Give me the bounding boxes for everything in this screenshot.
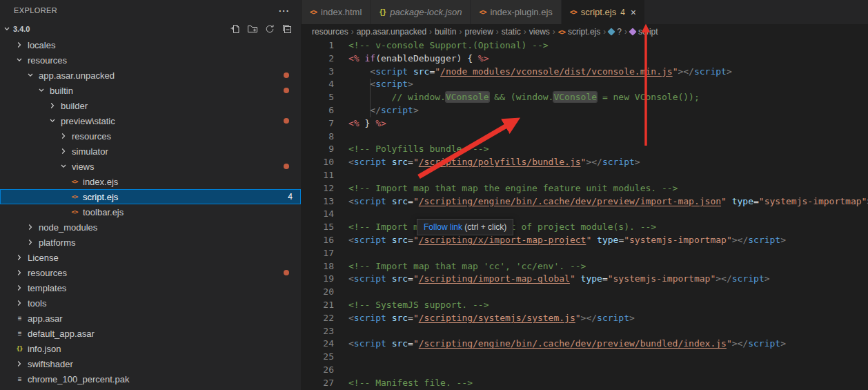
close-icon[interactable]: × [631, 7, 636, 18]
file-link[interactable]: /scripting/polyfills/bundle.js [419, 157, 581, 167]
explorer-sidebar: EXPLORER ··· 3.4.0 localesresourcesapp.a… [0, 0, 302, 390]
code-token: <!-- Import map that map the engine feat… [348, 183, 678, 193]
code-token: = [408, 313, 413, 323]
code-line: 27<!-- Manifest file. --> [302, 377, 868, 390]
tree-item-label: resources [28, 268, 67, 278]
code-token: = [408, 273, 413, 284]
follow-link[interactable]: Follow link [424, 222, 462, 232]
code-text: <script> [348, 78, 868, 91]
new-folder-icon[interactable] [247, 23, 258, 35]
breadcrumb-item[interactable]: builtin [435, 27, 456, 37]
file-link[interactable]: /scripting/import-map-global [419, 273, 570, 284]
breadcrumb-separator: › [524, 27, 526, 37]
tree-item[interactable]: resources [0, 265, 301, 280]
symbol-icon [629, 28, 636, 35]
code-text: <script src="/node_modules/vconsole/dist… [348, 66, 868, 79]
code-text: <script src="/scripting/engine/bin/.cach… [348, 195, 868, 208]
editor-group: <>index.html{}package-lock.json<>index-p… [302, 0, 868, 390]
workspace-section-header[interactable]: 3.4.0 [0, 21, 301, 37]
tab-index-html[interactable]: <>index.html [302, 0, 371, 24]
code-token: ></ [732, 338, 748, 349]
tree-item[interactable]: node_modules [0, 220, 301, 235]
tree-item[interactable]: {}info.json [0, 341, 301, 356]
tree-item[interactable]: preview\static [0, 113, 301, 128]
tab-package-lock-json[interactable]: {}package-lock.json [371, 0, 471, 24]
line-number: 15 [302, 221, 348, 234]
file-link[interactable]: /scripting/engine/bin/.cache/dev/preview… [419, 196, 721, 206]
line-number: 8 [302, 130, 348, 144]
code-line: 2<% if(enableDebugger) { %> [302, 52, 868, 66]
tree-item[interactable]: tools [0, 295, 301, 311]
breadcrumb-item[interactable]: app.asar.unpacked [357, 27, 426, 37]
chevron-right-icon [14, 280, 25, 295]
tree-item[interactable]: simulator [0, 144, 301, 159]
breadcrumb-item[interactable]: static [502, 27, 521, 37]
tree-item[interactable]: resources [0, 52, 301, 68]
collapse-all-icon[interactable] [282, 23, 293, 35]
tree-item[interactable]: swiftshader [0, 356, 301, 371]
more-actions-icon[interactable]: ··· [279, 6, 290, 16]
tree-item[interactable]: License [0, 250, 301, 265]
tree-item-label: tools [28, 298, 46, 309]
tree-item[interactable]: builtin [0, 83, 301, 98]
chevron-right-icon [47, 98, 58, 113]
code-token: "systemjs-importmap" [759, 196, 867, 206]
line-number: 23 [302, 325, 348, 338]
vscode-window: EXPLORER ··· 3.4.0 localesresourcesapp.a… [0, 0, 868, 390]
explorer-actions [230, 23, 293, 35]
tab-index-plugin-ejs[interactable]: <>index-plugin.ejs [471, 0, 561, 24]
tree-item[interactable]: platforms [0, 235, 301, 250]
tree-item[interactable]: ≡app.asar [0, 311, 301, 326]
file-file-icon: ≡ [14, 326, 25, 341]
breadcrumb-separator: › [496, 27, 499, 37]
code-token: src [392, 273, 408, 284]
breadcrumb-item[interactable]: preview [464, 27, 493, 37]
tree-item[interactable]: app.asar.unpacked [0, 68, 301, 83]
tree-item[interactable]: builder [0, 98, 301, 113]
code-line: 8 [302, 130, 868, 144]
code-text: // window.VConsole && (window.VConsole =… [348, 91, 868, 104]
tree-item-label: builder [61, 101, 88, 111]
tree-item[interactable]: ≡default_app.asar [0, 326, 301, 341]
code-editor[interactable]: 1<!-- v-console Support.(Optional) -->2<… [302, 39, 868, 390]
breadcrumb-symbol[interactable]: ? [609, 27, 622, 37]
tree-item[interactable]: views [0, 159, 301, 174]
code-token: script [694, 66, 727, 77]
refresh-icon[interactable] [264, 23, 275, 35]
tree-item[interactable]: resources [0, 128, 301, 144]
link-tooltip: Follow link (ctrl + click) [417, 219, 513, 235]
breadcrumb-symbol[interactable]: script [630, 27, 658, 37]
breadcrumb-item[interactable]: views [529, 27, 550, 37]
tree-item[interactable]: <>index.ejs [0, 174, 301, 189]
file-link[interactable]: /node_modules/vconsole/dist/vconsole.min… [440, 66, 673, 77]
breadcrumb-item[interactable]: resources [312, 27, 348, 37]
tree-item[interactable]: locales [0, 37, 301, 52]
breadcrumb-file-label: script.ejs [568, 27, 600, 37]
tree-item-label: node_modules [39, 222, 97, 233]
tree-item[interactable]: <>toolbar.ejs [0, 204, 301, 220]
tab-script-ejs[interactable]: <>script.ejs4× [562, 0, 645, 24]
line-number: 20 [302, 286, 348, 299]
code-line: 24<script src="/scripting/engine/bin/.ca… [302, 338, 868, 351]
line-number: 17 [302, 247, 348, 260]
code-token: && (window. [489, 92, 554, 102]
tree-item-label: default_app.asar [28, 329, 95, 339]
new-file-icon[interactable] [230, 23, 241, 35]
tree-item[interactable]: templates [0, 280, 301, 295]
breadcrumb-file[interactable]: <>script.ejs [558, 27, 600, 37]
code-token [575, 273, 581, 284]
tree-item[interactable]: <>script.ejs4 [0, 189, 301, 204]
file-link[interactable]: /scripting/systemjs/system.js [419, 313, 575, 323]
file-link[interactable]: /scripting/x/import-map-project [419, 235, 586, 245]
code-token: %> [478, 53, 489, 64]
file-link[interactable]: /scripting/engine/bin/.cache/dev/preview… [419, 338, 727, 349]
code-line: 11 [302, 169, 868, 182]
code-line: 3 <script src="/node_modules/vconsole/di… [302, 66, 868, 79]
line-number: 3 [302, 66, 348, 79]
code-token: ></ [678, 66, 693, 77]
code-token [386, 338, 392, 349]
code-line: 22<script src="/scripting/systemjs/syste… [302, 312, 868, 325]
tree-item[interactable]: ≡chrome_100_percent.pak [0, 371, 301, 387]
code-token: ></ [586, 157, 602, 167]
code-token [408, 66, 413, 77]
